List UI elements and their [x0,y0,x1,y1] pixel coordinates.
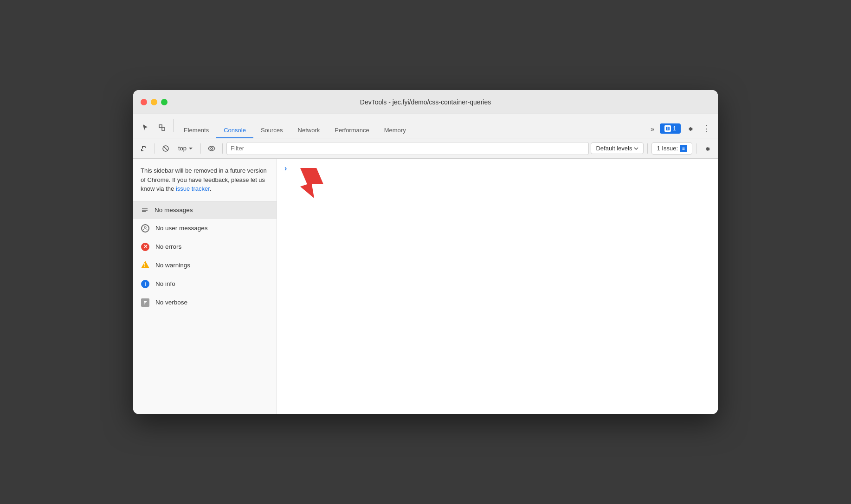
eye-button[interactable] [205,142,219,155]
toolbar-separator-5 [696,143,696,154]
tab-network[interactable]: Network [290,123,328,138]
more-tabs-button[interactable]: » [647,123,658,135]
tab-sources[interactable]: Sources [253,123,290,138]
traffic-lights [141,99,168,105]
gear-icon [703,145,711,152]
user-icon [141,224,150,233]
svg-rect-4 [667,129,669,129]
info-icon: i [141,279,150,289]
svg-point-16 [144,226,146,228]
toolbar-separator-1 [155,143,155,154]
verbose-icon [141,298,150,307]
issues-icon [664,125,671,132]
svg-rect-1 [162,128,165,130]
tab-console[interactable]: Console [216,123,253,138]
svg-rect-12 [683,149,685,150]
window-title: DevTools - jec.fyi/demo/css-container-qu… [360,98,491,106]
svg-point-8 [211,148,213,149]
svg-rect-0 [159,125,162,128]
tabs-bar: Elements Console Sources Network Perform… [133,114,718,138]
tab-performance[interactable]: Performance [327,123,376,138]
close-button[interactable] [141,99,147,105]
tab-divider [173,119,174,132]
sidebar-item-messages[interactable]: No messages [133,201,277,219]
console-sidebar: This sidebar will be removed in a future… [133,159,277,414]
svg-rect-10 [683,148,685,148]
sidebar-item-info-label: No info [155,280,175,287]
issue-tracker-link[interactable]: issue tracker [176,185,210,192]
toolbar-separator-4 [647,143,648,154]
sidebar-item-user-messages[interactable]: No user messages [133,219,277,238]
devtools-window: DevTools - jec.fyi/demo/css-container-qu… [133,90,718,414]
sidebar-item-verbose-label: No verbose [155,299,187,306]
issue-count-button[interactable]: 1 Issue: [651,142,692,155]
block-button[interactable] [159,142,173,155]
issue-count-label: 1 Issue: [657,145,678,152]
cursor-icon[interactable] [137,119,154,136]
toolbar-separator-2 [200,143,201,154]
issues-badge[interactable]: 1 [660,123,681,134]
maximize-button[interactable] [161,99,168,105]
sidebar-item-warnings-label: No warnings [155,262,190,269]
sidebar-item-user-messages-label: No user messages [155,225,208,232]
title-bar: DevTools - jec.fyi/demo/css-container-qu… [133,90,718,114]
error-icon: ✕ [141,242,150,252]
devtools-settings-button[interactable] [683,121,697,136]
svg-rect-5 [667,129,669,130]
sidebar-item-errors-label: No errors [155,243,181,250]
console-input[interactable] [289,165,710,172]
main-content: This sidebar will be removed in a future… [133,159,718,414]
svg-marker-18 [300,168,323,198]
console-toolbar: top Default levels 1 Issue: [133,138,718,159]
issues-count: 1 [673,125,676,132]
eye-icon [208,146,215,151]
sidebar-item-verbose[interactable]: No verbose [133,293,277,312]
log-level-button[interactable]: Default levels [591,142,644,154]
console-settings-button[interactable] [700,142,714,155]
minimize-button[interactable] [151,99,157,105]
sidebar-item-warnings[interactable]: ! No warnings [133,256,277,275]
console-area: › [277,159,718,414]
messages-icon [141,206,149,214]
sidebar-item-info[interactable]: i No info [133,275,277,293]
sidebar-menu: No messages No user messages [133,201,277,414]
tab-memory[interactable]: Memory [377,123,413,138]
issue-count-badge [680,145,687,152]
chevron-down-icon [634,147,638,150]
svg-text:!: ! [144,263,145,268]
red-arrow-annotation [282,163,323,202]
inspect-icon[interactable] [154,119,170,136]
svg-line-7 [164,146,168,150]
toolbar-separator-3 [222,143,223,154]
sidebar-item-errors[interactable]: ✕ No errors [133,238,277,256]
tab-elements[interactable]: Elements [176,123,216,138]
context-selector[interactable]: top [174,143,197,154]
context-label: top [178,145,187,152]
more-options-button[interactable]: ⋮ [699,121,714,136]
tabs-right: » 1 ⋮ [647,121,714,136]
warning-icon: ! [141,261,150,270]
chevron-down-icon [188,147,193,150]
svg-rect-3 [667,128,669,128]
console-prompt-area: › [277,159,718,178]
sidebar-item-messages-label: No messages [155,207,193,213]
filter-input[interactable] [226,142,589,155]
back-button[interactable] [137,142,151,155]
svg-rect-11 [683,149,685,149]
sidebar-notice: This sidebar will be removed in a future… [133,159,277,201]
